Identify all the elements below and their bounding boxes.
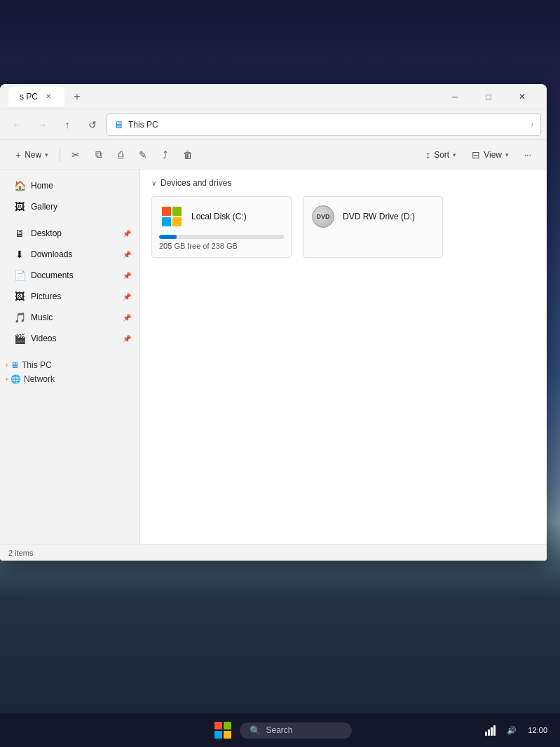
maximize-button[interactable]: □ bbox=[472, 85, 505, 108]
home-icon: 🏠 bbox=[14, 180, 25, 191]
forward-button: → bbox=[31, 114, 53, 136]
delete-button[interactable]: 🗑 bbox=[176, 144, 200, 166]
toolbar: + New ▾ ✂ ⧉ ⎙ ✎ ⤴ 🗑 ↕ Sort ▾ ⊟ bbox=[0, 140, 547, 170]
drive-c-icon bbox=[159, 204, 184, 229]
sidebar-label-music: Music bbox=[31, 313, 53, 322]
network-expand-icon: › bbox=[6, 376, 8, 383]
taskbar-volume[interactable]: 🔊 bbox=[503, 723, 521, 738]
address-chevron-icon: › bbox=[531, 121, 533, 128]
start-button[interactable] bbox=[209, 716, 237, 744]
clock-text: 12:00 bbox=[528, 726, 547, 734]
refresh-icon: ↺ bbox=[88, 119, 97, 130]
sidebar-item-music[interactable]: 🎵 Music 📌 bbox=[3, 307, 137, 328]
sidebar-item-thispc[interactable]: › 🖥 This PC bbox=[3, 359, 137, 371]
sort-icon: ↕ bbox=[425, 149, 430, 160]
minimize-button[interactable]: ─ bbox=[439, 85, 471, 108]
sidebar-item-pictures[interactable]: 🖼 Pictures 📌 bbox=[3, 286, 137, 307]
drive-d-header: DVD DVD RW Drive (D:) bbox=[310, 204, 435, 229]
sidebar: 🏠 Home 🖼 Gallery 🖥 Desktop 📌 ⬇ Downloads… bbox=[0, 170, 140, 544]
drive-d-info: DVD RW Drive (D:) bbox=[343, 212, 415, 221]
taskbar-center: 🔍 Search bbox=[209, 716, 352, 744]
more-button[interactable]: ··· bbox=[517, 144, 538, 166]
section-chevron-icon: ∨ bbox=[151, 179, 156, 187]
sidebar-item-videos[interactable]: 🎬 Videos 📌 bbox=[3, 328, 137, 349]
sidebar-label-videos: Videos bbox=[31, 334, 56, 343]
desktop-pin-icon: 📌 bbox=[123, 230, 131, 238]
drive-c-progress-fill bbox=[159, 235, 177, 239]
copy-button[interactable]: ⧉ bbox=[88, 144, 109, 166]
sidebar-label-desktop: Desktop bbox=[31, 228, 62, 238]
drive-d[interactable]: DVD DVD RW Drive (D:) bbox=[303, 196, 443, 258]
music-pin-icon: 📌 bbox=[123, 314, 131, 322]
sidebar-divider bbox=[0, 217, 139, 223]
videos-pin-icon: 📌 bbox=[123, 335, 131, 343]
sidebar-label-home: Home bbox=[31, 181, 53, 191]
address-bar[interactable]: 🖥 This PC › bbox=[107, 114, 541, 136]
sidebar-spacer bbox=[0, 349, 139, 357]
drive-c-progress-container bbox=[159, 235, 284, 239]
rename-icon: ✎ bbox=[139, 149, 147, 160]
cut-button[interactable]: ✂ bbox=[64, 144, 87, 166]
more-label: ··· bbox=[524, 150, 531, 160]
dvd-disc-icon: DVD bbox=[312, 205, 334, 228]
new-label: New bbox=[25, 150, 41, 160]
rename-button[interactable]: ✎ bbox=[132, 144, 154, 166]
new-button[interactable]: + New ▾ bbox=[8, 144, 55, 166]
toolbar-separator bbox=[60, 148, 60, 162]
item-count: 2 items bbox=[8, 549, 33, 557]
sidebar-item-desktop[interactable]: 🖥 Desktop 📌 bbox=[3, 223, 137, 244]
sidebar-label-pictures: Pictures bbox=[31, 292, 61, 301]
windows-start-icon bbox=[214, 722, 231, 739]
navigation-bar: ← → ↑ ↺ 🖥 This PC › bbox=[0, 109, 547, 140]
sort-label: Sort bbox=[434, 150, 449, 160]
sidebar-label-gallery: Gallery bbox=[31, 202, 57, 212]
view-button[interactable]: ⊟ View ▾ bbox=[465, 144, 516, 166]
share-button[interactable]: ⤴ bbox=[156, 144, 175, 166]
delete-icon: 🗑 bbox=[183, 149, 193, 160]
taskbar-right: 🔊 12:00 bbox=[481, 722, 552, 739]
sidebar-item-documents[interactable]: 📄 Documents 📌 bbox=[3, 265, 137, 286]
sidebar-label-thispc: This PC bbox=[22, 360, 52, 370]
network-icon: 🌐 bbox=[11, 374, 21, 384]
taskbar-network-status[interactable] bbox=[481, 722, 500, 739]
drive-d-name: DVD RW Drive (D:) bbox=[343, 212, 415, 221]
sidebar-label-network: Network bbox=[24, 374, 55, 384]
search-text: Search bbox=[266, 725, 293, 735]
up-button[interactable]: ↑ bbox=[56, 114, 78, 136]
new-icon: + bbox=[15, 149, 21, 160]
taskbar-clock[interactable]: 12:00 bbox=[524, 723, 552, 737]
desktop-icon: 🖥 bbox=[14, 228, 25, 239]
documents-pin-icon: 📌 bbox=[123, 272, 131, 280]
sidebar-item-home[interactable]: 🏠 Home bbox=[3, 175, 137, 196]
drive-c[interactable]: Local Disk (C:) 205 GB free of 238 GB bbox=[151, 196, 292, 258]
sidebar-item-downloads[interactable]: ⬇ Downloads 📌 bbox=[3, 244, 137, 265]
tab-close-button[interactable]: ✕ bbox=[43, 92, 53, 102]
drive-c-name: Local Disk (C:) bbox=[191, 212, 247, 221]
sort-button[interactable]: ↕ Sort ▾ bbox=[418, 144, 463, 166]
paste-button[interactable]: ⎙ bbox=[111, 144, 130, 166]
back-button[interactable]: ← bbox=[6, 114, 28, 136]
taskbar-search[interactable]: 🔍 Search bbox=[240, 722, 352, 739]
view-icon: ⊟ bbox=[472, 149, 480, 160]
volume-icon: 🔊 bbox=[507, 726, 517, 735]
sort-chevron-icon: ▾ bbox=[453, 151, 456, 158]
sidebar-item-gallery[interactable]: 🖼 Gallery bbox=[3, 196, 137, 217]
drive-c-info: Local Disk (C:) bbox=[191, 212, 247, 221]
close-button[interactable]: ✕ bbox=[506, 85, 538, 108]
sidebar-item-network[interactable]: › 🌐 Network bbox=[3, 373, 137, 385]
title-bar: s PC ✕ + ─ □ ✕ bbox=[0, 84, 547, 109]
windows-logo-icon bbox=[162, 207, 182, 226]
drive-c-header: Local Disk (C:) bbox=[159, 204, 284, 229]
tab-label: s PC bbox=[20, 92, 38, 102]
gallery-icon: 🖼 bbox=[14, 201, 25, 212]
explorer-window: s PC ✕ + ─ □ ✕ ← → ↑ ↺ 🖥 This PC › + New bbox=[0, 84, 547, 561]
drive-d-icon: DVD bbox=[310, 204, 336, 229]
explorer-tab[interactable]: s PC ✕ bbox=[8, 87, 64, 107]
network-bars-icon bbox=[485, 725, 496, 736]
refresh-button[interactable]: ↺ bbox=[81, 114, 104, 136]
up-icon: ↑ bbox=[65, 119, 70, 130]
new-tab-button[interactable]: + bbox=[67, 87, 87, 107]
downloads-pin-icon: 📌 bbox=[123, 251, 131, 259]
share-icon: ⤴ bbox=[163, 149, 168, 160]
downloads-icon: ⬇ bbox=[14, 249, 25, 260]
